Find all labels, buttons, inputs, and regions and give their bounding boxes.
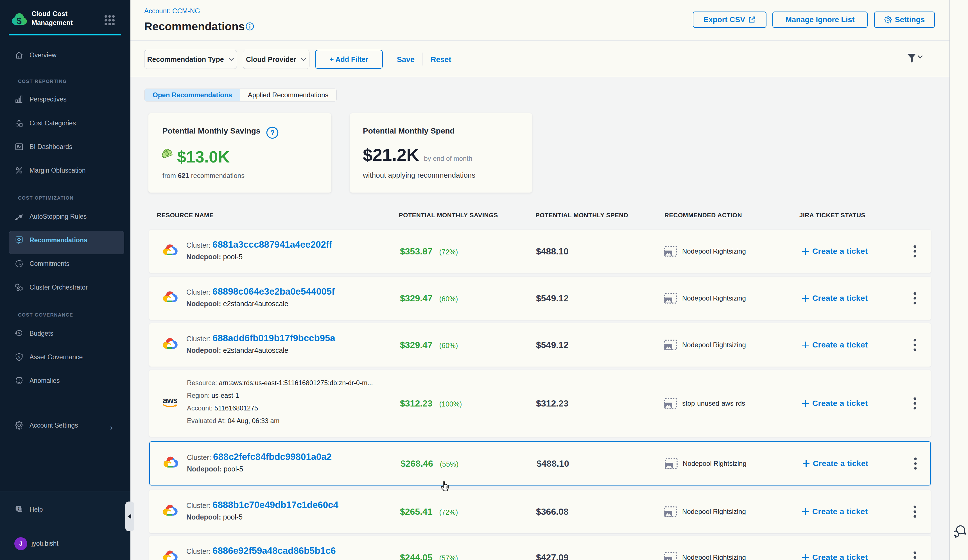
- svg-text:?: ?: [270, 129, 275, 137]
- svg-text:$: $: [17, 16, 22, 26]
- svg-text:$: $: [18, 355, 20, 359]
- svg-text:$: $: [18, 331, 20, 335]
- svg-text:?: ?: [17, 506, 20, 510]
